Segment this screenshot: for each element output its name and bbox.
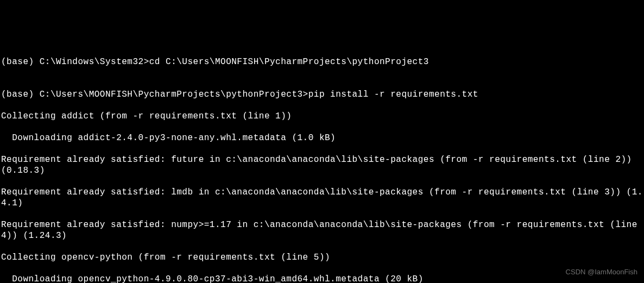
terminal-line: Requirement already satisfied: future in…	[1, 154, 643, 176]
terminal-line: Downloading opencv_python-4.9.0.80-cp37-…	[1, 274, 643, 283]
terminal-line: (base) C:\Windows\System32>cd C:\Users\M…	[1, 56, 643, 67]
terminal-line: Requirement already satisfied: lmdb in c…	[1, 187, 643, 209]
watermark-text: CSDN @IamMoonFish	[566, 268, 637, 276]
terminal-line: Collecting opencv-python (from -r requir…	[1, 252, 643, 263]
terminal-line: Collecting addict (from -r requirements.…	[1, 111, 643, 122]
terminal-line: Downloading addict-2.4.0-py3-none-any.wh…	[1, 133, 643, 143]
terminal-output[interactable]: (base) C:\Windows\System32>cd C:\Users\M…	[1, 46, 643, 283]
terminal-line: (base) C:\Users\MOONFISH\PycharmProjects…	[1, 89, 643, 100]
terminal-line: Requirement already satisfied: numpy>=1.…	[1, 219, 643, 241]
